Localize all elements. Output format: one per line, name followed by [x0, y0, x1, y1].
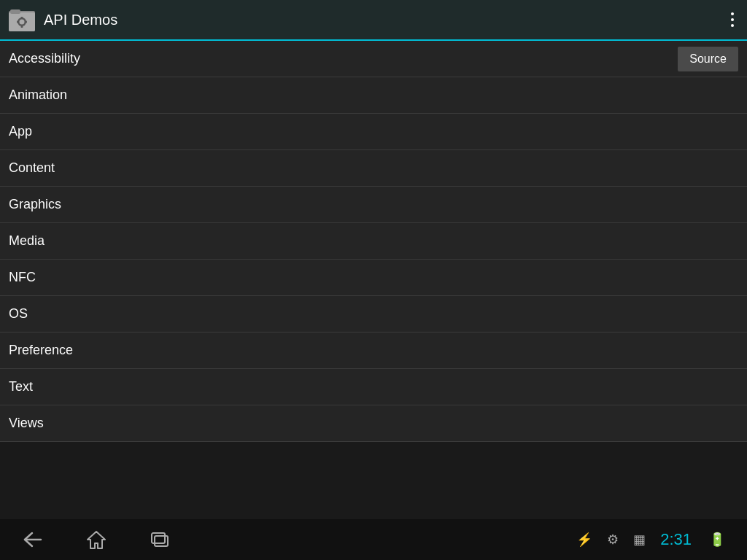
overflow-dot	[731, 12, 734, 15]
list-item-label: Text	[9, 379, 33, 394]
nav-left	[22, 529, 169, 550]
app-icon	[9, 7, 35, 33]
app-title: API Demos	[44, 12, 117, 28]
list-item[interactable]: Views	[0, 405, 747, 442]
list-item[interactable]: Graphics	[0, 187, 747, 223]
settings-icon: ⚙	[607, 532, 619, 548]
svg-rect-12	[155, 536, 168, 546]
list-item[interactable]: OS	[0, 296, 747, 332]
back-button[interactable]	[22, 532, 42, 548]
navigation-bar: ⚡ ⚙ ▦ 2:31 🔋	[0, 519, 747, 560]
overflow-dot	[731, 18, 734, 21]
svg-rect-11	[152, 533, 165, 543]
list-item-label: Media	[9, 233, 44, 249]
list-item-label: Content	[9, 160, 55, 176]
svg-rect-2	[10, 9, 20, 14]
source-button[interactable]: Source	[678, 47, 738, 71]
list-item-label: Animation	[9, 88, 67, 103]
list-item-label: OS	[9, 306, 28, 322]
list-item[interactable]: Content	[0, 150, 747, 187]
list-item[interactable]: Animation	[0, 77, 747, 114]
title-left: API Demos	[9, 7, 117, 33]
nav-right: ⚡ ⚙ ▦ 2:31 🔋	[576, 530, 725, 549]
recents-button[interactable]	[150, 532, 169, 548]
list-item-label: Views	[9, 416, 44, 431]
battery-icon: 🔋	[709, 532, 725, 548]
overflow-menu-button[interactable]	[727, 7, 738, 33]
svg-point-4	[20, 20, 25, 25]
list-item-label: NFC	[9, 270, 36, 285]
list-item[interactable]: Media	[0, 223, 747, 260]
clock: 2:31	[660, 530, 692, 549]
list-item-label: Preference	[9, 343, 73, 358]
list-item[interactable]: App	[0, 114, 747, 150]
svg-rect-6	[21, 26, 23, 28]
svg-rect-8	[25, 21, 27, 23]
list-header-row[interactable]: Accessibility Source	[0, 41, 747, 77]
svg-rect-7	[17, 21, 19, 23]
title-bar: API Demos	[0, 0, 747, 41]
svg-marker-10	[88, 532, 105, 548]
list-item[interactable]: Preference	[0, 332, 747, 369]
usb-icon: ⚡	[576, 532, 592, 548]
list-item-label: Graphics	[9, 197, 61, 212]
accessibility-item[interactable]: Accessibility	[9, 51, 80, 66]
sim-icon: ▦	[633, 532, 646, 548]
list-item[interactable]: Text	[0, 369, 747, 405]
home-button[interactable]	[86, 529, 107, 550]
svg-rect-5	[21, 17, 23, 19]
list-item-label: App	[9, 124, 32, 139]
list-container: AnimationAppContentGraphicsMediaNFCOSPre…	[0, 77, 747, 442]
list-item[interactable]: NFC	[0, 260, 747, 296]
overflow-dot	[731, 24, 734, 27]
